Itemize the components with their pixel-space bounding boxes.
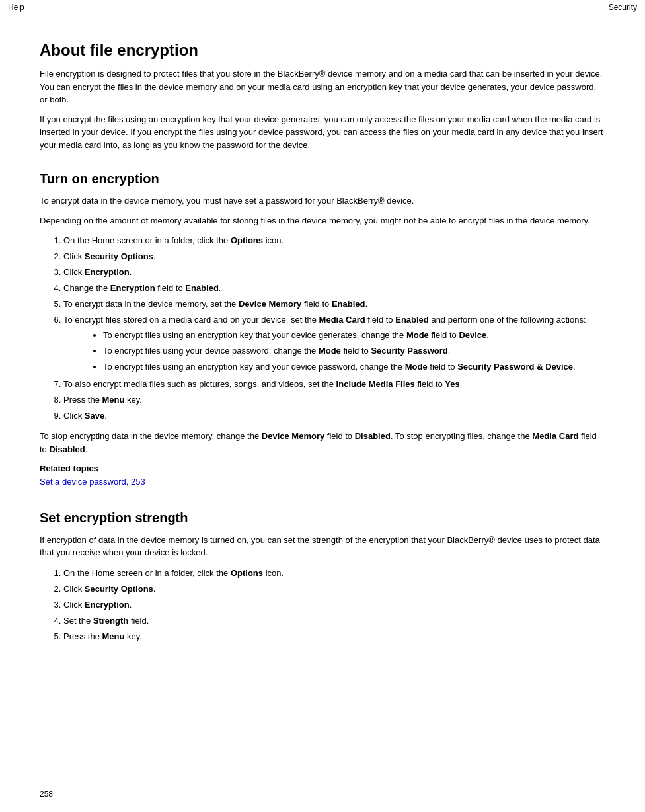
set-strength-step-2: Click Security Options. [63, 582, 605, 596]
top-bar: Help Security [0, 0, 645, 15]
related-link-password[interactable]: Set a device password, 253 [40, 477, 145, 487]
set-encryption-strength-title: Set encryption strength [40, 510, 605, 526]
set-strength-steps: On the Home screen or in a folder, click… [63, 566, 605, 644]
set-strength-step-4: Set the Strength field. [63, 614, 605, 628]
turn-on-step-8: Press the Menu key. [63, 393, 605, 407]
turn-on-steps: On the Home screen or in a folder, click… [63, 233, 605, 423]
about-para-1: File encryption is designed to protect f… [40, 67, 605, 106]
set-strength-step-3: Click Encryption. [63, 598, 605, 612]
turn-on-sub-step-3: To encrypt files using an encryption key… [103, 360, 605, 374]
turn-on-step-2: Click Security Options. [63, 249, 605, 264]
turn-on-step-7: To also encrypt media files such as pict… [63, 377, 605, 391]
turn-on-step-5: To encrypt data in the device memory, se… [63, 297, 605, 311]
set-strength-step-1: On the Home screen or in a folder, click… [63, 566, 605, 581]
turn-on-sub-step-2: To encrypt files using your device passw… [103, 344, 605, 358]
turn-on-step-6: To encrypt files stored on a media card … [63, 313, 605, 374]
related-topics: Related topics Set a device password, 25… [40, 462, 605, 487]
turn-on-step-4: Change the Encryption field to Enabled. [63, 281, 605, 296]
turn-on-step-1: On the Home screen or in a folder, click… [63, 233, 605, 248]
set-strength-step-5: Press the Menu key. [63, 629, 605, 644]
section-set-encryption-strength: Set encryption strength If encryption of… [40, 510, 605, 644]
turn-on-encryption-title: Turn on encryption [40, 171, 605, 186]
set-strength-intro: If encryption of data in the device memo… [40, 534, 605, 559]
turn-on-step-3: Click Encryption. [63, 265, 605, 280]
turn-on-sub-steps: To encrypt files using an encryption key… [103, 328, 605, 374]
turn-on-footer: To stop encrypting data in the device me… [40, 430, 605, 456]
help-label: Help [8, 3, 24, 12]
section-about-file-encryption: About file encryption File encryption is… [40, 41, 605, 151]
section-turn-on-encryption: Turn on encryption To encrypt data in th… [40, 171, 605, 487]
turn-on-intro-2: Depending on the amount of memory availa… [40, 214, 605, 227]
turn-on-sub-step-1: To encrypt files using an encryption key… [103, 328, 605, 343]
security-label: Security [609, 3, 637, 12]
about-para-2: If you encrypt the files using an encryp… [40, 113, 605, 152]
related-topics-label: Related topics [40, 462, 605, 475]
about-file-encryption-title: About file encryption [40, 41, 605, 60]
turn-on-step-9: Click Save. [63, 409, 605, 423]
turn-on-intro-1: To encrypt data in the device memory, yo… [40, 194, 605, 208]
page-number: 258 [40, 790, 53, 799]
